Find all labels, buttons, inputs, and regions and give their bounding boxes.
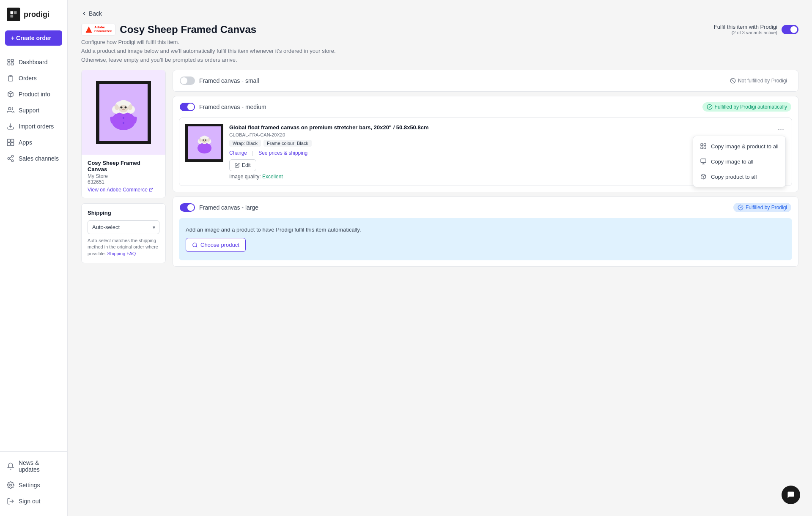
variant-toggle-medium[interactable] <box>180 103 195 111</box>
cta-area-large: Add an image and a product to have Prodi… <box>179 218 792 260</box>
create-order-button[interactable]: + Create order <box>5 30 62 46</box>
choose-product-label: Choose product <box>200 242 239 248</box>
variant-header-large: Framed canvas - large Fulfilled by Prodi… <box>173 197 798 218</box>
content-layout: Cosy Sheep Framed Canvas My Store 632651… <box>81 70 798 271</box>
view-on-adobe-commerce-link[interactable]: View on Adobe Commerce <box>88 187 159 193</box>
page-description-1: Configure how Prodigi will fulfil this i… <box>81 39 798 45</box>
back-link[interactable]: Back <box>81 10 798 17</box>
variant-status-small: Not fulfilled by Prodigi <box>726 76 791 85</box>
sidebar-item-orders[interactable]: Orders <box>0 70 67 86</box>
variant-section-large: Framed canvas - large Fulfilled by Prodi… <box>173 197 798 267</box>
svg-rect-4 <box>11 59 14 61</box>
svg-rect-10 <box>8 143 11 146</box>
change-product-link[interactable]: Change <box>229 150 247 156</box>
svg-point-20 <box>112 112 135 130</box>
svg-rect-55 <box>704 144 706 146</box>
sidebar-item-label: Apps <box>19 139 32 146</box>
sidebar-item-label: Sales channels <box>19 155 59 162</box>
variant-name-medium: Framed canvas - medium <box>199 104 266 110</box>
sidebar-item-dashboard[interactable]: Dashboard <box>0 54 67 70</box>
sidebar-item-news-updates[interactable]: News & updates <box>0 455 67 477</box>
sidebar-item-product-info[interactable]: Product info <box>0 86 67 102</box>
product-tag-frame: Frame colour: Black <box>263 140 312 147</box>
product-id: 632651 <box>88 179 159 185</box>
variant-toggle-large[interactable] <box>180 203 195 212</box>
sidebar-item-settings[interactable]: Settings <box>0 477 67 493</box>
variant-section-small: Framed canvas - small Not fulfilled by P… <box>173 70 798 92</box>
page-header: Adobe Commerce Cosy Sheep Framed Canvas … <box>81 24 798 35</box>
svg-rect-5 <box>8 63 10 65</box>
svg-rect-11 <box>11 143 14 146</box>
svg-rect-2 <box>11 15 14 18</box>
sidebar-item-label: Settings <box>19 482 40 489</box>
shipping-select[interactable]: Auto-select Standard Express <box>88 220 159 234</box>
shipping-card: Shipping Auto-select Standard Express Au… <box>81 203 166 263</box>
page-description-3: Otherwise, leave empty and you’ll be pro… <box>81 57 798 63</box>
variant-name-large: Framed canvas - large <box>199 204 258 211</box>
copy-image-item[interactable]: Copy image to all <box>693 154 785 169</box>
svg-point-14 <box>11 160 14 162</box>
copy-image-label: Copy image to all <box>711 158 753 165</box>
more-options-button[interactable]: ··· <box>776 124 786 135</box>
sidebar-item-label: News & updates <box>19 459 60 473</box>
svg-rect-6 <box>11 63 14 65</box>
svg-point-12 <box>11 156 14 158</box>
sidebar-bottom: News & updates Settings Sign out <box>0 451 67 516</box>
logo-text: prodigi <box>24 10 49 19</box>
header-right: Fulfil this item with Prodigi (2 of 3 va… <box>714 24 798 35</box>
svg-rect-58 <box>701 159 706 163</box>
svg-line-15 <box>9 159 11 160</box>
svg-point-41 <box>197 142 211 153</box>
product-store: My Store <box>88 173 159 179</box>
image-quality: Image quality: Excellent <box>229 174 770 180</box>
see-prices-link[interactable]: See prices & shipping <box>258 150 307 156</box>
svg-point-17 <box>10 484 12 486</box>
page-description-2: Add a product and image below and we’ll … <box>81 48 798 54</box>
right-panel: Framed canvas - small Not fulfilled by P… <box>173 70 798 271</box>
sidebar-item-label: Product info <box>19 91 50 98</box>
svg-line-60 <box>196 246 198 247</box>
svg-rect-56 <box>701 147 703 149</box>
sidebar-item-import-orders[interactable]: Import orders <box>0 118 67 134</box>
sidebar-item-label: Orders <box>19 75 37 82</box>
variant-toggle-small[interactable] <box>180 76 195 85</box>
svg-rect-3 <box>8 59 10 61</box>
product-row-medium: Global float framed canvas on premium st… <box>179 117 792 186</box>
svg-point-50 <box>205 139 206 140</box>
sidebar-item-sales-channels[interactable]: Sales channels <box>0 150 67 167</box>
sidebar-item-label: Sign out <box>19 498 40 505</box>
copy-product-item[interactable]: Copy product to all <box>693 169 785 184</box>
svg-rect-0 <box>11 11 14 14</box>
variant-name-small: Framed canvas - small <box>199 77 259 84</box>
svg-point-28 <box>121 106 123 109</box>
copy-image-product-item[interactable]: Copy image & product to all <box>693 139 785 154</box>
sidebar-item-sign-out[interactable]: Sign out <box>0 493 67 509</box>
sidebar-item-label: Dashboard <box>19 59 48 66</box>
product-name: Cosy Sheep Framed Canvas <box>88 160 159 172</box>
edit-button[interactable]: Edit <box>229 159 256 171</box>
fulfill-toggle[interactable] <box>782 25 798 34</box>
logo-icon <box>7 8 20 21</box>
chat-button[interactable] <box>782 486 800 504</box>
quality-value: Excellent <box>262 174 283 180</box>
svg-point-29 <box>125 106 127 109</box>
copy-image-product-label: Copy image & product to all <box>711 143 779 150</box>
sidebar-item-apps[interactable]: Apps <box>0 134 67 150</box>
product-details-medium: Global float framed canvas on premium st… <box>229 124 770 180</box>
main-content: Back Adobe Commerce Cosy Sheep Framed Ca… <box>68 0 812 516</box>
product-sku: GLOBAL-FRA-CAN-20X20 <box>229 132 770 137</box>
product-info-section: Cosy Sheep Framed Canvas My Store 632651… <box>82 155 165 198</box>
variant-status-medium: Fulfilled by Prodigi automatically <box>702 102 791 112</box>
dropdown-menu: Copy image & product to all Copy image t… <box>693 136 786 187</box>
product-tag-wrap: Wrap: Black <box>229 140 261 147</box>
sidebar-item-label: Import orders <box>19 123 54 130</box>
choose-product-button[interactable]: Choose product <box>186 238 246 252</box>
svg-point-51 <box>203 141 205 142</box>
sidebar-item-support[interactable]: Support <box>0 102 67 118</box>
product-image-container <box>82 70 165 155</box>
shipping-faq-link[interactable]: Shipping FAQ <box>107 251 136 256</box>
page-title: Cosy Sheep Framed Canvas <box>120 24 256 35</box>
shipping-title: Shipping <box>88 210 159 216</box>
product-detail-title: Global float framed canvas on premium st… <box>229 124 770 131</box>
svg-rect-9 <box>11 139 14 142</box>
